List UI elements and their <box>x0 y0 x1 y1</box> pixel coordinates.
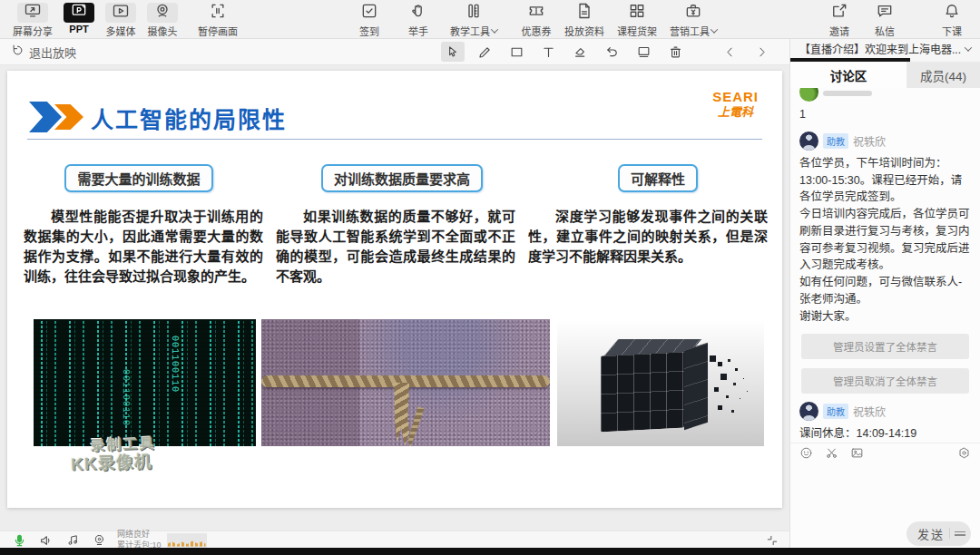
chat-message: 助教 祝轶欣 课间休息：14:09-14:19 <box>799 402 971 443</box>
camera-icon <box>153 2 172 24</box>
private-message-button[interactable]: 私信 <box>869 3 900 38</box>
pause-screen-icon <box>209 2 227 24</box>
chat-message: 助教 祝轶欣 各位学员，下午培训时间为：13:00-15:30。课程已经开始，请… <box>799 131 971 326</box>
screen-share-icon <box>24 2 42 24</box>
eraser-tool[interactable] <box>568 42 592 62</box>
chevron-down-icon <box>710 25 718 33</box>
cursor-tool[interactable] <box>441 42 465 62</box>
sign-in-icon <box>360 2 378 24</box>
coupon-icon <box>527 2 545 24</box>
teaching-tools-button[interactable]: 教学工具 <box>450 3 497 38</box>
sidebar-tabs: 讨论区 成员(44) <box>790 62 980 88</box>
next-page-button[interactable] <box>750 42 773 62</box>
slide-header: 人工智能的局限性 SEARI 上電科 <box>7 96 782 140</box>
music-button[interactable] <box>66 533 80 547</box>
trash-tool[interactable] <box>663 42 687 62</box>
avatar <box>799 131 818 151</box>
sign-in-button[interactable]: 签到 <box>354 3 385 38</box>
pen-tool[interactable] <box>473 42 496 62</box>
send-row: 发送 <box>790 519 980 548</box>
network-quality-chart <box>167 533 207 548</box>
chat-toolbar <box>790 443 980 466</box>
bottom-black-strip <box>0 548 980 555</box>
emoji-button[interactable] <box>799 446 813 463</box>
invite-icon <box>830 2 848 24</box>
materials-icon <box>575 2 593 24</box>
raise-hand-button[interactable]: 举手 <box>403 3 434 38</box>
course-shelf-button[interactable]: 课程货架 <box>617 3 657 38</box>
username: 祝轶欣 <box>853 133 886 149</box>
avatar <box>799 402 818 421</box>
column-paragraphs: 模型性能能否提升取决于训练用的数据集的大小，因此通常需要大量的数据作为支撑。如果… <box>24 207 768 287</box>
top-toolbar: 屏幕分享 PPT 多媒体 摄像头 暂停画面 签到 举手 教学工具 <box>0 0 980 39</box>
tab-discussion[interactable]: 讨论区 <box>790 62 906 88</box>
ppt-slide: 人工智能的局限性 SEARI 上電科 需要大量的训练数据 对训练数据质量要求高 … <box>7 71 782 508</box>
chat-message-list[interactable]: 1 助教 祝轶欣 各位学员，下午培训时间为：13:00-15:30。课程已经开始… <box>790 88 980 443</box>
prev-page-button[interactable] <box>718 42 741 62</box>
paragraph-data-quality: 如果训练数据的质量不够好，就可能导致人工智能系统学到不全面或不正确的模型，可能会… <box>276 207 515 287</box>
title-underline <box>27 139 762 140</box>
image-button[interactable] <box>850 446 864 463</box>
undo-tool[interactable] <box>600 42 623 62</box>
paragraph-interpretability: 深度学习能够发现事件之间的关联性，建立事件之间的映射关系，但是深度学习不能解释因… <box>528 207 768 287</box>
slide-canvas: 人工智能的局限性 SEARI 上電科 需要大量的训练数据 对训练数据质量要求高 … <box>0 65 789 531</box>
materials-button[interactable]: 投放资料 <box>564 3 604 38</box>
chevron-down-icon <box>491 25 498 33</box>
assistant-badge: 助教 <box>823 133 848 149</box>
toolbar-spacer <box>695 42 710 62</box>
header-box-data-quality: 对训练数据质量要求高 <box>321 164 483 192</box>
mute-notice: 管理员设置了全体禁言 <box>801 334 969 359</box>
teaching-tools-icon <box>465 2 483 24</box>
shrink-view-button[interactable] <box>766 534 779 547</box>
chat-sidebar: 【直播介绍】欢迎来到上海电器... 讨论区 成员(44) 1 助教 祝轶欣 <box>789 39 980 548</box>
seari-logo: SEARI 上電科 <box>712 89 759 120</box>
end-class-button[interactable]: 下课 <box>936 3 967 38</box>
end-class-icon <box>943 2 961 24</box>
slide-title: 人工智能的局限性 <box>91 102 287 134</box>
coupon-button[interactable]: 优惠券 <box>521 3 552 38</box>
exit-playback-button[interactable]: 退出放映 <box>11 44 76 61</box>
pause-screen-button[interactable]: 暂停画面 <box>198 3 238 38</box>
chat-input[interactable] <box>790 466 980 519</box>
camera-button[interactable]: 摄像头 <box>147 3 178 38</box>
rectangle-tool[interactable] <box>505 42 528 62</box>
raise-hand-icon <box>409 2 427 24</box>
shattering-cube-image <box>557 319 764 446</box>
speaker-button[interactable] <box>39 533 54 548</box>
cut-button[interactable] <box>825 446 838 463</box>
send-button[interactable]: 发送 <box>906 521 971 546</box>
playback-toolbar: 退出放映 <box>0 39 789 65</box>
ppt-icon <box>70 2 88 24</box>
board-tool[interactable] <box>632 42 655 62</box>
unmute-notice: 管理员取消了全体禁言 <box>801 368 969 394</box>
tab-members[interactable]: 成员(44) <box>906 62 980 88</box>
fraying-rope-image <box>261 319 550 446</box>
private-message-icon <box>876 2 894 24</box>
marketing-tools-icon <box>684 2 702 24</box>
invite-button[interactable]: 邀请 <box>824 3 855 38</box>
microphone-button[interactable] <box>13 533 26 548</box>
webcam-button[interactable] <box>93 533 106 547</box>
header-box-interpretability: 可解释性 <box>618 164 698 192</box>
paragraph-training-data: 模型性能能否提升取决于训练用的数据集的大小，因此通常需要大量的数据作为支撑。如果… <box>24 207 263 287</box>
send-options-icon[interactable] <box>955 531 965 536</box>
stream-title: 【直播介绍】欢迎来到上海电器... <box>799 41 965 56</box>
status-bar: 网络良好 累计丢包:10 <box>0 531 789 549</box>
slide-images: 001100110 001100110 <box>34 319 764 446</box>
exit-playback-icon <box>11 44 24 60</box>
assistant-badge: 助教 <box>823 404 848 419</box>
chat-settings-button[interactable] <box>957 446 971 463</box>
media-button[interactable]: 多媒体 <box>105 3 136 38</box>
column-headers: 需要大量的训练数据 对训练数据质量要求高 可解释性 <box>7 164 782 192</box>
stream-title-dropdown[interactable]: 【直播介绍】欢迎来到上海电器... <box>790 39 980 58</box>
chevron-down-icon <box>965 44 972 51</box>
text-tool[interactable] <box>536 42 560 62</box>
avatar <box>799 88 818 102</box>
screen-share-button[interactable]: 屏幕分享 <box>13 3 53 38</box>
marketing-tools-button[interactable]: 营销工具 <box>670 3 717 38</box>
ppt-button[interactable]: PPT <box>64 3 94 34</box>
drawing-toolbar <box>441 42 773 62</box>
live-teaching-window: 屏幕分享 PPT 多媒体 摄像头 暂停画面 签到 举手 教学工具 <box>0 0 980 555</box>
media-icon <box>112 2 130 24</box>
chat-message: 1 <box>799 92 971 123</box>
